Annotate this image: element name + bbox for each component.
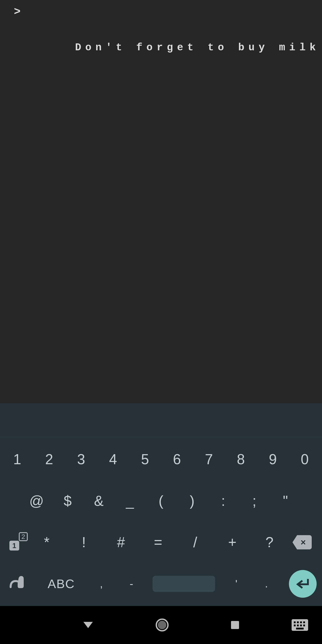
nav-keyboard-switcher[interactable] [291, 619, 308, 631]
keyboard-row-2: @ $ & _ ( ) : ; " [3, 484, 319, 518]
svg-rect-6 [300, 622, 302, 623]
circle-icon [155, 618, 169, 632]
svg-rect-2 [231, 621, 239, 629]
swipe-icon [8, 572, 28, 592]
key-rparen[interactable]: ) [177, 492, 208, 509]
svg-rect-11 [303, 624, 305, 626]
keyboard-icon [291, 619, 308, 631]
key-7[interactable]: 7 [199, 451, 219, 468]
key-space[interactable] [152, 576, 215, 592]
keyboard-row-3: 2 1 * ! # = / + ? × [3, 526, 319, 559]
key-underscore[interactable]: _ [114, 492, 145, 509]
key-4[interactable]: 4 [103, 451, 123, 468]
key-swipe-input[interactable] [5, 572, 30, 596]
keyboard-suggestion-strip[interactable] [0, 403, 322, 437]
symbol-shift-main: 1 [10, 541, 19, 550]
key-plus[interactable]: + [214, 534, 251, 550]
key-1[interactable]: 1 [7, 451, 27, 468]
svg-point-1 [158, 621, 166, 629]
keyboard-row-1: 1 2 3 4 5 6 7 8 9 0 [3, 442, 319, 476]
svg-rect-7 [303, 622, 305, 623]
key-0[interactable]: 0 [295, 451, 315, 468]
terminal-input-line[interactable]: Don't forget to buy milk! [14, 32, 322, 64]
key-asterisk[interactable]: * [28, 534, 65, 550]
key-at[interactable]: @ [21, 492, 52, 509]
key-enter[interactable] [288, 570, 317, 598]
key-dash[interactable]: - [122, 578, 140, 590]
keyboard-row-4: ABC , - ' . [3, 567, 319, 600]
key-apostrophe[interactable]: ' [228, 578, 245, 590]
key-3[interactable]: 3 [71, 451, 91, 468]
svg-rect-12 [296, 628, 304, 630]
nav-home-button[interactable] [155, 618, 169, 632]
svg-rect-10 [300, 624, 302, 626]
key-symbol-shift[interactable]: 2 1 [7, 534, 28, 550]
key-question[interactable]: ? [251, 534, 288, 550]
key-8[interactable]: 8 [231, 451, 251, 468]
svg-rect-9 [297, 624, 299, 626]
key-5[interactable]: 5 [135, 451, 155, 468]
key-dollar[interactable]: $ [52, 492, 83, 509]
key-ampersand[interactable]: & [83, 492, 114, 509]
enter-icon [289, 570, 317, 598]
key-colon[interactable]: : [208, 492, 239, 509]
svg-rect-8 [294, 624, 296, 626]
terminal-input-text: Don't forget to buy milk! [75, 42, 322, 54]
key-abc-mode[interactable]: ABC [42, 576, 80, 591]
svg-rect-5 [297, 622, 299, 623]
key-comma[interactable]: , [92, 578, 110, 590]
key-exclaim[interactable]: ! [65, 534, 102, 550]
soft-keyboard: 1 2 3 4 5 6 7 8 9 0 @ $ & _ ( ) : ; [0, 403, 322, 606]
backspace-icon: × [292, 535, 312, 550]
key-equals[interactable]: = [140, 534, 177, 550]
triangle-down-icon [82, 620, 94, 630]
key-backspace[interactable]: × [288, 535, 315, 550]
nav-back-button[interactable] [82, 620, 94, 630]
key-semicolon[interactable]: ; [239, 492, 270, 509]
key-lparen[interactable]: ( [145, 492, 176, 509]
key-hash[interactable]: # [102, 534, 140, 550]
key-9[interactable]: 9 [263, 451, 283, 468]
terminal-prompt: > [14, 6, 308, 18]
terminal-output[interactable]: > Don't forget to buy milk! [0, 0, 322, 403]
square-icon [230, 620, 240, 630]
nav-recents-button[interactable] [230, 620, 240, 630]
key-slash[interactable]: / [177, 534, 214, 550]
system-nav-bar [0, 606, 322, 644]
key-doublequote[interactable]: " [270, 492, 301, 509]
key-2[interactable]: 2 [39, 451, 59, 468]
svg-rect-4 [294, 622, 296, 623]
key-period[interactable]: . [258, 578, 275, 590]
key-6[interactable]: 6 [167, 451, 187, 468]
symbol-shift-badge: 2 [19, 532, 28, 541]
